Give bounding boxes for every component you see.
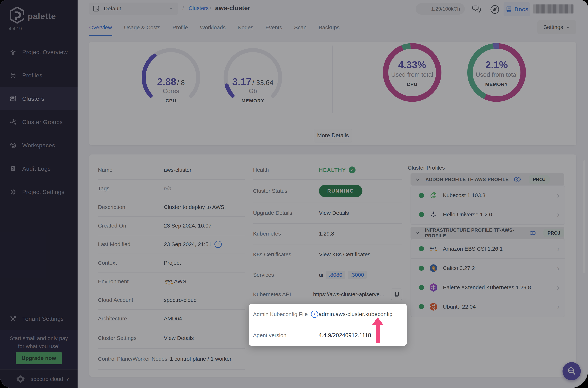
annotation-arrow — [371, 317, 384, 343]
admin-kubeconfig-link[interactable]: admin.aws-cluster.kubeconfig — [318, 311, 393, 317]
app-window: palette 4.4.19 Project Overview Profiles… — [0, 0, 588, 388]
info-icon[interactable] — [311, 311, 318, 318]
